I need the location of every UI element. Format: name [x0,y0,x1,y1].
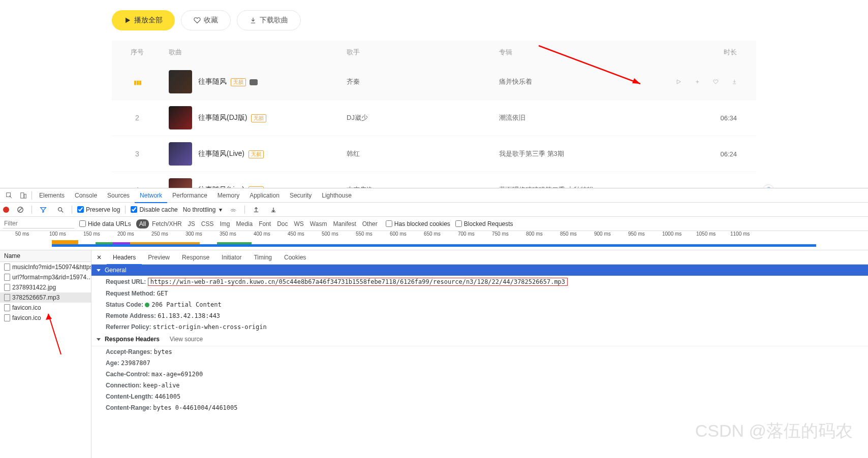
col-index: 序号 [112,48,163,57]
detail-tab-initiator[interactable]: Initiator [215,250,247,265]
favorite-button[interactable]: 收藏 [181,10,231,30]
filter-type-fetchxhr[interactable]: Fetch/XHR [149,219,185,228]
import-har-icon[interactable] [250,204,262,216]
search-icon[interactable] [54,204,67,216]
heart-icon[interactable] [713,77,719,86]
export-har-icon[interactable] [267,204,280,216]
timeline-tick: 550 ms [356,231,373,237]
filter-type-doc[interactable]: Doc [274,219,291,228]
detail-tab-cookies[interactable]: Cookies [278,250,312,265]
filter-type-js[interactable]: JS [185,219,198,228]
filter-type-font[interactable]: Font [256,219,274,228]
request-url-value[interactable]: https://win-web-ra01-sycdn.kuwo.cn/05c44… [148,278,568,286]
song-album[interactable]: 我是歌手第三季 第3期 [493,149,676,158]
devtools-tab-console[interactable]: Console [70,188,102,203]
timeline-tick: 650 ms [424,231,441,237]
song-artist[interactable]: 韩红 [340,149,493,158]
header-row: Content-Length: 4461005 [91,391,868,402]
devtools-main-tabs: ElementsConsoleSourcesNetworkPerformance… [0,188,868,203]
play-all-button[interactable]: 播放全部 [112,10,175,30]
request-item[interactable]: favicon.ico [0,313,91,323]
filter-type-media[interactable]: Media [233,219,256,228]
request-item[interactable]: 2378931422.jpg [0,282,91,292]
request-url-row: Request URL: https://win-web-ra01-sycdn.… [91,276,868,288]
request-item[interactable]: url?format=mp3&rid=15974… [0,272,91,282]
song-album[interactable]: 潮流依旧 [493,113,676,122]
devtools-tab-network[interactable]: Network [135,189,167,203]
request-item[interactable]: favicon.ico [0,303,91,313]
detail-tab-headers[interactable]: Headers [107,251,142,265]
blocked-requests-checkbox[interactable]: Blocked Requests [455,220,513,227]
filter-type-all[interactable]: All [136,219,149,228]
filter-type-manifest[interactable]: Manifest [330,219,359,228]
devtools-tab-application[interactable]: Application [244,188,285,203]
response-headers-section[interactable]: Response Headers View source [91,333,868,346]
download-icon[interactable] [732,77,737,86]
file-icon [4,314,10,321]
view-source-link[interactable]: View source [170,336,203,343]
general-section-header[interactable]: General [91,265,868,276]
song-row[interactable]: 2 往事随风(DJ版) 无损 DJ崴少 潮流依旧 06:34 [112,100,756,136]
heart-icon [194,17,201,24]
quality-tag: 无损 [251,114,266,122]
song-table-header: 序号 歌曲 歌手 专辑 时长 [112,41,756,64]
request-list: Name musicInfo?mid=150974&https…url?form… [0,250,91,458]
request-name: musicInfo?mid=150974&https… [12,264,91,271]
devtools-tab-memory[interactable]: Memory [212,188,244,203]
request-details: ✕ HeadersPreviewResponseInitiatorTimingC… [91,250,868,458]
file-icon [4,274,10,281]
request-item[interactable]: 3782526657.mp3 [0,292,91,303]
throttling-select[interactable]: No throttling ▾ [183,206,222,213]
song-album[interactable]: 痛并快乐着 [493,77,676,86]
request-name: favicon.ico [12,314,41,321]
song-artist[interactable]: DJ崴少 [340,113,493,122]
request-item[interactable]: musicInfo?mid=150974&https… [0,262,91,272]
filter-icon[interactable] [37,204,49,216]
play-icon[interactable] [676,77,681,86]
row-actions [676,77,747,86]
name-column-header[interactable]: Name [0,250,91,262]
devtools-tab-performance[interactable]: Performance [167,188,212,203]
timeline-tick: 1100 ms [730,231,750,237]
preserve-log-checkbox[interactable]: Preserve log [77,206,120,213]
song-row[interactable]: 3 往事随风(Live) 无损 韩红 我是歌手第三季 第3期 06:24 [112,136,756,172]
filter-type-other[interactable]: Other [359,219,381,228]
mv-tag-icon [250,79,258,85]
music-toolbar: 播放全部 收藏 下载歌曲 [112,0,756,41]
svg-rect-3 [21,192,24,198]
filter-type-wasm[interactable]: Wasm [307,219,330,228]
filter-type-img[interactable]: Img [216,219,233,228]
inspect-element-icon[interactable] [3,189,15,202]
network-timeline[interactable]: 50 ms100 ms150 ms200 ms250 ms300 ms350 m… [0,231,868,250]
filter-type-css[interactable]: CSS [198,219,217,228]
detail-tab-preview[interactable]: Preview [142,250,176,265]
detail-tab-response[interactable]: Response [176,250,215,265]
devtools-tab-elements[interactable]: Elements [34,188,70,203]
quality-tag: 无损 [249,150,264,158]
clear-icon[interactable] [14,204,26,216]
song-row[interactable]: ▮▮▮ 往事随风 无损 齐秦 痛并快乐着 [112,64,756,100]
devtools-tab-security[interactable]: Security [285,188,317,203]
timeline-tick: 950 ms [628,231,645,237]
close-details-icon[interactable]: ✕ [91,254,107,261]
request-method-row: Request Method: GET [91,288,868,299]
timeline-tick: 350 ms [220,231,236,237]
devtools-tab-sources[interactable]: Sources [102,188,135,203]
add-icon[interactable] [695,77,700,86]
hide-data-urls-checkbox[interactable]: Hide data URLs [79,220,131,227]
quality-tag: 无损 [231,78,246,86]
download-songs-button[interactable]: 下载歌曲 [237,10,301,30]
record-button[interactable] [3,207,9,213]
favorite-label: 收藏 [204,16,218,25]
devtools-tab-lighthouse[interactable]: Lighthouse [317,188,357,203]
disable-cache-checkbox[interactable]: Disable cache [131,206,177,213]
network-conditions-icon[interactable] [227,204,239,216]
request-name: 2378931422.jpg [12,284,56,291]
blocked-cookies-checkbox[interactable]: Has blocked cookies [386,220,450,227]
detail-tab-timing[interactable]: Timing [247,250,278,265]
filter-input[interactable] [3,219,74,228]
device-toolbar-icon[interactable] [17,189,29,202]
col-album: 专辑 [493,48,676,57]
filter-type-ws[interactable]: WS [291,219,307,228]
song-artist[interactable]: 齐秦 [340,77,493,86]
